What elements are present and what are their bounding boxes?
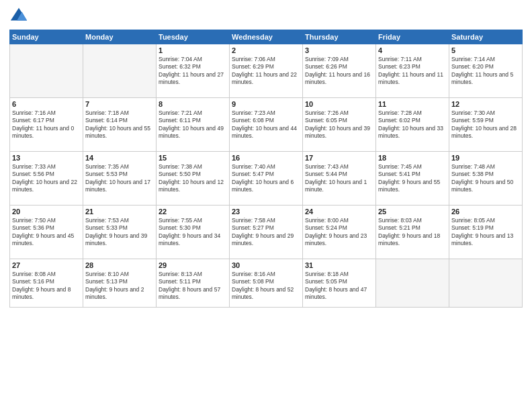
- day-detail: Sunrise: 7:55 AMSunset: 5:30 PMDaylight:…: [159, 217, 227, 248]
- day-detail: Sunrise: 7:40 AMSunset: 5:47 PMDaylight:…: [232, 163, 300, 194]
- day-number: 3: [305, 46, 373, 54]
- day-cell: 15Sunrise: 7:38 AMSunset: 5:50 PMDayligh…: [157, 152, 230, 205]
- day-header-saturday: Saturday: [449, 30, 523, 44]
- day-number: 5: [451, 46, 520, 54]
- day-number: 22: [159, 208, 227, 216]
- day-detail: Sunrise: 7:33 AMSunset: 5:56 PMDaylight:…: [12, 163, 81, 194]
- page: SundayMondayTuesdayWednesdayThursdayFrid…: [0, 0, 532, 411]
- day-detail: Sunrise: 7:43 AMSunset: 5:44 PMDaylight:…: [305, 163, 373, 194]
- day-cell: 14Sunrise: 7:35 AMSunset: 5:53 PMDayligh…: [83, 152, 157, 205]
- day-number: 15: [159, 154, 227, 162]
- day-number: 23: [232, 208, 300, 216]
- day-detail: Sunrise: 7:23 AMSunset: 6:08 PMDaylight:…: [232, 109, 300, 140]
- day-number: 17: [305, 154, 373, 162]
- day-detail: Sunrise: 7:04 AMSunset: 6:32 PMDaylight:…: [159, 56, 227, 87]
- day-number: 13: [12, 154, 81, 162]
- calendar-header-row: SundayMondayTuesdayWednesdayThursdayFrid…: [10, 30, 523, 44]
- day-cell: 29Sunrise: 8:13 AMSunset: 5:11 PMDayligh…: [157, 259, 230, 308]
- day-cell: 24Sunrise: 8:00 AMSunset: 5:24 PMDayligh…: [303, 205, 376, 259]
- day-detail: Sunrise: 7:28 AMSunset: 6:02 PMDaylight:…: [378, 109, 447, 140]
- day-detail: Sunrise: 7:53 AMSunset: 5:33 PMDaylight:…: [85, 217, 154, 248]
- day-number: 18: [378, 154, 447, 162]
- day-header-sunday: Sunday: [10, 30, 83, 44]
- day-header-tuesday: Tuesday: [157, 30, 230, 44]
- day-cell: [10, 44, 83, 98]
- day-cell: 5Sunrise: 7:14 AMSunset: 6:20 PMDaylight…: [449, 44, 523, 98]
- calendar-table: SundayMondayTuesdayWednesdayThursdayFrid…: [9, 30, 523, 308]
- day-number: 16: [232, 154, 300, 162]
- day-detail: Sunrise: 8:00 AMSunset: 5:24 PMDaylight:…: [305, 217, 373, 248]
- day-cell: 26Sunrise: 8:05 AMSunset: 5:19 PMDayligh…: [449, 205, 523, 259]
- day-header-wednesday: Wednesday: [230, 30, 303, 44]
- day-cell: 19Sunrise: 7:48 AMSunset: 5:38 PMDayligh…: [449, 152, 523, 205]
- day-number: 4: [378, 46, 447, 54]
- day-detail: Sunrise: 8:13 AMSunset: 5:11 PMDaylight:…: [159, 271, 227, 302]
- day-cell: 21Sunrise: 7:53 AMSunset: 5:33 PMDayligh…: [83, 205, 157, 259]
- day-cell: 28Sunrise: 8:10 AMSunset: 5:13 PMDayligh…: [83, 259, 157, 308]
- logo: [9, 7, 31, 26]
- day-cell: [83, 44, 157, 98]
- day-header-friday: Friday: [376, 30, 449, 44]
- day-detail: Sunrise: 7:11 AMSunset: 6:23 PMDaylight:…: [378, 56, 447, 87]
- day-number: 24: [305, 208, 373, 216]
- day-cell: [376, 259, 449, 308]
- day-detail: Sunrise: 7:50 AMSunset: 5:36 PMDaylight:…: [12, 217, 81, 248]
- day-number: 26: [451, 208, 520, 216]
- day-cell: 16Sunrise: 7:40 AMSunset: 5:47 PMDayligh…: [230, 152, 303, 205]
- day-detail: Sunrise: 8:08 AMSunset: 5:16 PMDaylight:…: [12, 271, 81, 302]
- day-cell: 4Sunrise: 7:11 AMSunset: 6:23 PMDaylight…: [376, 44, 449, 98]
- day-cell: 22Sunrise: 7:55 AMSunset: 5:30 PMDayligh…: [157, 205, 230, 259]
- day-cell: 25Sunrise: 8:03 AMSunset: 5:21 PMDayligh…: [376, 205, 449, 259]
- day-detail: Sunrise: 8:18 AMSunset: 5:05 PMDaylight:…: [305, 271, 373, 302]
- day-number: 1: [159, 46, 227, 54]
- day-detail: Sunrise: 7:06 AMSunset: 6:29 PMDaylight:…: [232, 56, 300, 87]
- day-detail: Sunrise: 7:30 AMSunset: 5:59 PMDaylight:…: [451, 109, 520, 140]
- day-number: 7: [85, 100, 154, 108]
- week-row-5: 27Sunrise: 8:08 AMSunset: 5:16 PMDayligh…: [10, 259, 523, 308]
- day-detail: Sunrise: 7:09 AMSunset: 6:26 PMDaylight:…: [305, 56, 373, 87]
- day-cell: 10Sunrise: 7:26 AMSunset: 6:05 PMDayligh…: [303, 98, 376, 152]
- day-number: 2: [232, 46, 300, 54]
- day-number: 20: [12, 208, 81, 216]
- calendar-body: 1Sunrise: 7:04 AMSunset: 6:32 PMDaylight…: [10, 44, 523, 308]
- day-cell: 3Sunrise: 7:09 AMSunset: 6:26 PMDaylight…: [303, 44, 376, 98]
- day-number: 29: [159, 261, 227, 269]
- day-cell: 18Sunrise: 7:45 AMSunset: 5:41 PMDayligh…: [376, 152, 449, 205]
- day-detail: Sunrise: 8:05 AMSunset: 5:19 PMDaylight:…: [451, 217, 520, 248]
- day-cell: 6Sunrise: 7:16 AMSunset: 6:17 PMDaylight…: [10, 98, 83, 152]
- week-row-2: 6Sunrise: 7:16 AMSunset: 6:17 PMDaylight…: [10, 98, 523, 152]
- day-number: 14: [85, 154, 154, 162]
- day-number: 31: [305, 261, 373, 269]
- day-number: 6: [12, 100, 81, 108]
- day-detail: Sunrise: 7:35 AMSunset: 5:53 PMDaylight:…: [85, 163, 154, 194]
- day-detail: Sunrise: 7:38 AMSunset: 5:50 PMDaylight:…: [159, 163, 227, 194]
- day-detail: Sunrise: 7:18 AMSunset: 6:14 PMDaylight:…: [85, 109, 154, 140]
- header: [9, 7, 523, 26]
- week-row-4: 20Sunrise: 7:50 AMSunset: 5:36 PMDayligh…: [10, 205, 523, 259]
- day-cell: 1Sunrise: 7:04 AMSunset: 6:32 PMDaylight…: [157, 44, 230, 98]
- day-cell: 27Sunrise: 8:08 AMSunset: 5:16 PMDayligh…: [10, 259, 83, 308]
- day-cell: 20Sunrise: 7:50 AMSunset: 5:36 PMDayligh…: [10, 205, 83, 259]
- day-number: 19: [451, 154, 520, 162]
- day-header-thursday: Thursday: [303, 30, 376, 44]
- day-cell: 31Sunrise: 8:18 AMSunset: 5:05 PMDayligh…: [303, 259, 376, 308]
- day-number: 25: [378, 208, 447, 216]
- day-detail: Sunrise: 8:16 AMSunset: 5:08 PMDaylight:…: [232, 271, 300, 302]
- day-detail: Sunrise: 7:48 AMSunset: 5:38 PMDaylight:…: [451, 163, 520, 194]
- day-cell: 2Sunrise: 7:06 AMSunset: 6:29 PMDaylight…: [230, 44, 303, 98]
- day-cell: 9Sunrise: 7:23 AMSunset: 6:08 PMDaylight…: [230, 98, 303, 152]
- day-number: 28: [85, 261, 154, 269]
- day-cell: [449, 259, 523, 308]
- day-detail: Sunrise: 7:26 AMSunset: 6:05 PMDaylight:…: [305, 109, 373, 140]
- day-detail: Sunrise: 7:14 AMSunset: 6:20 PMDaylight:…: [451, 56, 520, 87]
- day-detail: Sunrise: 7:58 AMSunset: 5:27 PMDaylight:…: [232, 217, 300, 248]
- day-number: 21: [85, 208, 154, 216]
- day-detail: Sunrise: 7:21 AMSunset: 6:11 PMDaylight:…: [159, 109, 227, 140]
- day-detail: Sunrise: 8:03 AMSunset: 5:21 PMDaylight:…: [378, 217, 447, 248]
- day-number: 30: [232, 261, 300, 269]
- day-detail: Sunrise: 7:16 AMSunset: 6:17 PMDaylight:…: [12, 109, 81, 140]
- day-cell: 30Sunrise: 8:16 AMSunset: 5:08 PMDayligh…: [230, 259, 303, 308]
- logo-icon: [9, 7, 28, 26]
- day-cell: 13Sunrise: 7:33 AMSunset: 5:56 PMDayligh…: [10, 152, 83, 205]
- day-header-monday: Monday: [83, 30, 157, 44]
